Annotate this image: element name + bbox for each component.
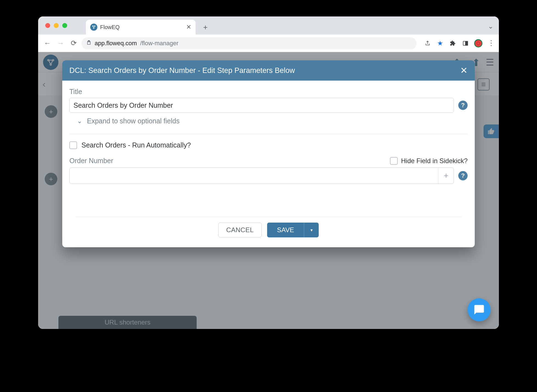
run-automatically-label: Search Orders - Run Automatically? bbox=[81, 141, 191, 149]
svg-point-1 bbox=[95, 26, 95, 27]
hide-field-label: Hide Field in Sidekick? bbox=[401, 157, 468, 165]
modal-body: Title ? ⌄ Expand to show optional fields… bbox=[62, 81, 475, 247]
bookmark-star-icon[interactable]: ★ bbox=[436, 39, 444, 47]
hide-field-checkbox[interactable] bbox=[390, 157, 398, 165]
tab-close-icon[interactable]: ✕ bbox=[186, 24, 191, 31]
chevron-down-icon: ⌄ bbox=[77, 118, 82, 125]
order-number-label: Order Number bbox=[69, 157, 113, 165]
modal-header: DCL: Search Orders by Order Number - Edi… bbox=[62, 60, 475, 81]
edit-step-modal: DCL: Search Orders by Order Number - Edi… bbox=[62, 60, 475, 247]
tab-favicon-icon bbox=[90, 24, 97, 31]
modal-footer: CANCEL SAVE ▾ bbox=[75, 217, 462, 245]
svg-point-2 bbox=[94, 28, 94, 29]
app-viewport: ⬆ ⬆ ☰ ‹ + + URL shorteners bbox=[38, 52, 499, 329]
order-number-input-wrapper: + bbox=[69, 167, 454, 184]
extension-icons: ★ ⋮ bbox=[424, 39, 495, 47]
modal-close-icon[interactable]: ✕ bbox=[460, 65, 468, 76]
window-controls bbox=[45, 23, 67, 28]
url-toolbar: ← → ⟳ app.floweq.com/flow-manager ★ ⋮ bbox=[38, 35, 499, 52]
window-maximize-button[interactable] bbox=[62, 23, 67, 28]
url-domain: app.floweq.com bbox=[95, 40, 137, 47]
tabs-dropdown-icon[interactable]: ⌄ bbox=[488, 22, 493, 30]
title-field-label: Title bbox=[69, 88, 468, 96]
divider bbox=[69, 134, 468, 134]
profile-avatar-icon[interactable] bbox=[474, 39, 482, 47]
svg-point-0 bbox=[92, 26, 93, 27]
insert-variable-button[interactable]: + bbox=[438, 168, 454, 184]
nav-reload-button[interactable]: ⟳ bbox=[68, 38, 79, 49]
panel-icon[interactable] bbox=[462, 39, 469, 47]
modal-title: DCL: Search Orders by Order Number - Edi… bbox=[69, 66, 295, 75]
tab-strip: FlowEQ ✕ + ⌄ bbox=[38, 16, 499, 35]
omnibox[interactable]: app.floweq.com/flow-manager bbox=[81, 37, 417, 49]
expand-optional-fields-toggle[interactable]: ⌄ Expand to show optional fields bbox=[69, 113, 468, 131]
save-button-group: SAVE ▾ bbox=[267, 223, 319, 237]
new-tab-button[interactable]: + bbox=[200, 22, 211, 33]
extensions-puzzle-icon[interactable] bbox=[449, 39, 457, 47]
order-number-help-icon[interactable]: ? bbox=[458, 171, 468, 180]
order-number-input[interactable] bbox=[74, 168, 438, 184]
lock-icon bbox=[86, 40, 91, 46]
expand-label: Expand to show optional fields bbox=[87, 117, 180, 125]
tab-title: FlowEQ bbox=[100, 24, 120, 30]
cancel-button[interactable]: CANCEL bbox=[218, 223, 262, 237]
svg-rect-4 bbox=[465, 41, 468, 45]
browser-menu-icon[interactable]: ⋮ bbox=[487, 39, 495, 47]
title-input[interactable] bbox=[69, 98, 454, 113]
share-icon[interactable] bbox=[424, 39, 431, 47]
window-close-button[interactable] bbox=[45, 23, 50, 28]
nav-forward-button[interactable]: → bbox=[55, 38, 66, 49]
url-path: /flow-manager bbox=[140, 40, 178, 47]
browser-window: FlowEQ ✕ + ⌄ ← → ⟳ app.floweq.com/flow-m… bbox=[38, 16, 499, 329]
title-help-icon[interactable]: ? bbox=[458, 101, 468, 110]
nav-back-button[interactable]: ← bbox=[42, 38, 53, 49]
browser-tab[interactable]: FlowEQ ✕ bbox=[86, 20, 196, 35]
save-button[interactable]: SAVE bbox=[267, 223, 304, 237]
run-automatically-checkbox[interactable] bbox=[69, 141, 77, 149]
window-minimize-button[interactable] bbox=[54, 23, 59, 28]
chat-launcher-button[interactable] bbox=[468, 298, 491, 321]
save-dropdown-button[interactable]: ▾ bbox=[304, 223, 319, 237]
